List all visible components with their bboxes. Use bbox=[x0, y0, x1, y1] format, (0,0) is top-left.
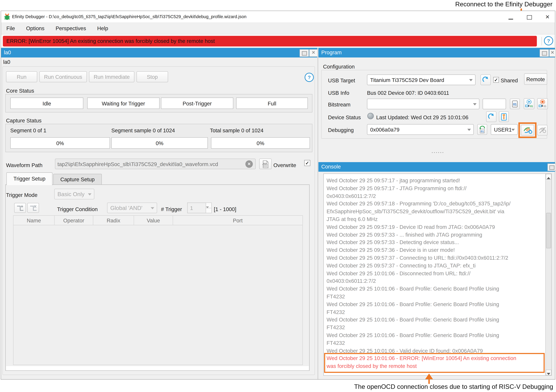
console-panel-header: Console bbox=[318, 162, 555, 172]
maximize-button[interactable] bbox=[525, 15, 534, 21]
col-value: Value bbox=[134, 216, 173, 225]
usb-info-value: Bus 002 Device 007: ID 0403:6011 bbox=[367, 90, 449, 96]
error-banner: ERROR: [WinError 10054] An existing conn… bbox=[3, 36, 537, 46]
overwrite-checkbox[interactable]: ✓ bbox=[304, 160, 310, 166]
console-float-button[interactable] bbox=[548, 163, 556, 171]
console-log-line: FT4232 bbox=[327, 293, 539, 300]
core-state-post-trigger: Post-Trigger bbox=[161, 98, 233, 109]
program-close-button[interactable]: ✕ bbox=[549, 49, 556, 57]
reload-device-id-button[interactable]: 01 bbox=[477, 124, 487, 135]
trigger-condition-label: Trigger Condition bbox=[57, 206, 98, 212]
trigger-mode-dropdown[interactable]: Basic Only bbox=[54, 189, 94, 200]
console-log-line: Wed October 29 25 09:57:17 - jtag progra… bbox=[327, 177, 539, 184]
device-status-refresh-button[interactable] bbox=[486, 111, 496, 122]
col-radix: Radix bbox=[93, 216, 134, 225]
device-status-value: Last Updated: Wed Oct 29 25 10:01:06 bbox=[376, 114, 468, 120]
usb-refresh-button[interactable] bbox=[480, 75, 491, 85]
waveform-path-value: tap2\ip\EfxSapphireHpSoc_slb\Ti375C529_d… bbox=[57, 161, 218, 167]
trigger-add-icon bbox=[16, 204, 24, 212]
program-panel-title: Program bbox=[321, 49, 342, 55]
console-log-line: FT4232 bbox=[327, 339, 539, 347]
la0-panel-title: la0 bbox=[4, 49, 11, 55]
refresh-icon bbox=[488, 113, 495, 120]
waveform-path-input[interactable]: tap2\ip\EfxSapphireHpSoc_slb\Ti375C529_d… bbox=[55, 159, 256, 169]
run-button[interactable]: Run bbox=[6, 71, 37, 82]
la0-close-button[interactable]: ✕ bbox=[309, 49, 318, 57]
menu-perspectives[interactable]: Perspectives bbox=[54, 22, 88, 34]
trigger-count-spinner[interactable]: 1 bbox=[187, 203, 212, 213]
console-log-line: 0x0403:0x6011:2:7/2 bbox=[327, 277, 539, 285]
console-scrollbar[interactable] bbox=[545, 174, 551, 375]
clear-path-icon[interactable]: ✕ bbox=[245, 160, 253, 168]
menu-file[interactable]: File bbox=[4, 22, 17, 34]
menu-help[interactable]: Help bbox=[95, 22, 110, 34]
panel-splitter-horizontal[interactable] bbox=[432, 152, 446, 154]
disconnect-debugger-button[interactable] bbox=[537, 125, 548, 136]
shared-checkbox[interactable]: ✓ bbox=[493, 77, 499, 83]
delete-trigger-button[interactable] bbox=[27, 203, 39, 213]
program-panel: Program ✕ Configuration USB Target Titan… bbox=[318, 48, 555, 379]
tab-capture-setup[interactable]: Capture Setup bbox=[53, 174, 102, 185]
svg-text:01: 01 bbox=[544, 105, 546, 108]
window-title: Efinity Debugger - D:\co_debug\tc05_ti37… bbox=[12, 14, 247, 19]
tab-trigger-setup[interactable]: Trigger Setup bbox=[6, 172, 52, 185]
la0-panel-header: la0 ✕ bbox=[1, 48, 317, 58]
chevron-down-icon bbox=[467, 129, 471, 131]
debug-tap-dropdown[interactable]: USER1 bbox=[491, 124, 518, 135]
run-immediate-button[interactable]: Run Immediate bbox=[89, 71, 134, 82]
debugging-label: Debugging bbox=[328, 127, 354, 133]
stop-button[interactable]: Stop bbox=[137, 71, 168, 82]
scroll-up-icon[interactable] bbox=[546, 174, 551, 179]
bitstream-dropdown[interactable] bbox=[367, 99, 479, 109]
screenshot-stage: Reconnect to the Efinity Debugger Efinit… bbox=[0, 0, 556, 392]
scrollbar-thumb[interactable] bbox=[546, 213, 551, 248]
bottom-arrow-head-icon bbox=[425, 374, 433, 379]
chevron-down-icon bbox=[511, 129, 515, 131]
menu-bar: File Options Perspectives Help bbox=[1, 22, 555, 34]
la0-panel: la0 ✕ la0 Run Run Continuous Run Immedia… bbox=[1, 48, 317, 379]
program-run-button[interactable]: 01 bbox=[524, 98, 534, 109]
console-log-line: Wed October 29 25 10:01:06 - Board Profi… bbox=[327, 300, 539, 308]
disconnect-debugger-icon bbox=[538, 126, 547, 134]
capture-status-label: Capture Status bbox=[6, 117, 42, 123]
usb-target-dropdown[interactable]: Titanium Ti375C529 Dev Board bbox=[367, 75, 475, 85]
bitstream-offset-field[interactable] bbox=[483, 99, 506, 109]
add-trigger-button[interactable] bbox=[14, 203, 26, 213]
trigger-delete-icon bbox=[29, 204, 38, 212]
banner-separator bbox=[541, 37, 542, 46]
run-continuous-button[interactable]: Run Continuous bbox=[39, 71, 87, 82]
table-hscrollbar[interactable] bbox=[6, 366, 309, 370]
col-port: Port bbox=[173, 216, 302, 225]
banner-help-icon[interactable]: ? bbox=[544, 36, 553, 46]
remote-button[interactable]: Remote bbox=[524, 73, 547, 85]
scroll-down-icon[interactable] bbox=[546, 370, 551, 375]
console-log-line: FT4232 bbox=[327, 324, 539, 331]
trigger-condition-dropdown[interactable]: Global 'AND' bbox=[107, 203, 157, 213]
close-button[interactable]: ✕ bbox=[542, 14, 552, 20]
program-panel-header: Program ✕ bbox=[318, 48, 555, 58]
device-config-button[interactable] bbox=[499, 111, 509, 122]
annotation-openocd: The openOCD connection closes due to sta… bbox=[248, 383, 553, 391]
reload-01-icon: 01 bbox=[478, 125, 486, 134]
la0-float-button[interactable] bbox=[300, 49, 309, 57]
debugging-dropdown[interactable]: 0x006a0a79 bbox=[367, 124, 474, 135]
program-float-button[interactable] bbox=[540, 49, 549, 57]
console-log-line: 0x0403:0x6011:2:7/2 bbox=[327, 192, 539, 200]
console-log-line: Wed October 29 25 09:57:36 - Device is i… bbox=[327, 246, 539, 254]
binary-mode-button[interactable]: 01 bbox=[510, 99, 520, 109]
total-sample-progressbar: 0% bbox=[211, 137, 310, 149]
menu-options[interactable]: Options bbox=[24, 22, 46, 34]
console-error-highlight-box bbox=[324, 353, 545, 373]
title-bar: Efinity Debugger - D:\co_debug\tc05_ti37… bbox=[1, 11, 555, 22]
waveform-path-label: Waveform Path bbox=[6, 162, 43, 168]
program-stop-button[interactable]: 01 bbox=[537, 98, 548, 109]
spinner-down-icon[interactable] bbox=[206, 208, 211, 213]
console-log-lines: Wed October 29 25 09:57:17 - jtag progra… bbox=[327, 177, 539, 373]
minimize-button[interactable] bbox=[506, 15, 516, 21]
panel-splitter-vertical[interactable] bbox=[317, 48, 318, 379]
segment-progressbar: 0% bbox=[10, 137, 110, 149]
waveform-viewer-button[interactable] bbox=[259, 159, 272, 169]
la0-help-icon[interactable]: ? bbox=[305, 73, 314, 82]
device-status-led bbox=[367, 113, 374, 119]
trigger-count-value: 1 bbox=[190, 205, 193, 211]
